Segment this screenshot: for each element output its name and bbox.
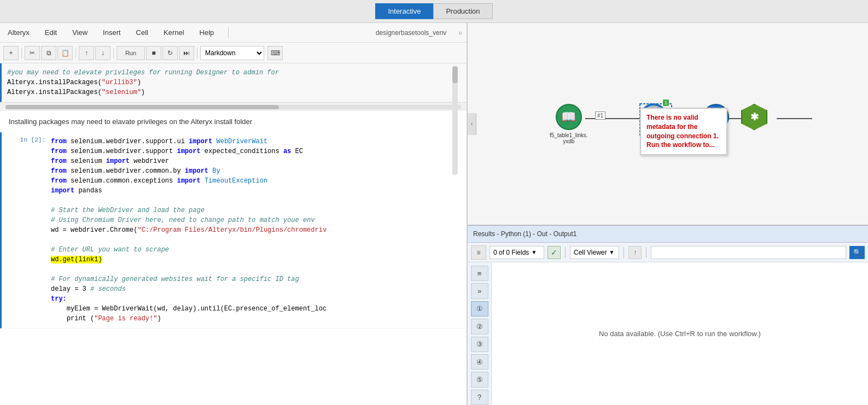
results-header: Results - Python (1) - Out - Output1 <box>468 225 868 243</box>
toolbar-sep1 <box>21 48 22 58</box>
hscroll-1[interactable] <box>0 102 467 111</box>
workflow-panel: 📖 f5_table1_links.yxdb #1 🔧 ! 1 ⊕ ✱ Ther… <box>468 23 868 225</box>
code-line-11 <box>51 265 461 274</box>
results-search-input[interactable] <box>651 246 846 259</box>
env-circle: ○ <box>458 30 462 36</box>
code-comment-2: # Start the WebDriver and load the page <box>51 206 461 215</box>
sidebar-icon-2[interactable]: ② <box>471 319 488 334</box>
code-area[interactable]: #you may need to elevate privileges for … <box>0 63 467 405</box>
run-button[interactable]: Run <box>116 46 145 60</box>
paste-button[interactable]: 📋 <box>57 46 73 60</box>
results-toolbar: ≡ 0 of 0 Fields ▼ ✓ Cell Viewer ▼ ↑ 🔍 <box>468 243 868 262</box>
code-line-8: wd = webdriver.Chrome("C:/Program Files/… <box>51 225 461 235</box>
code-comment-3: # Using Chromium Driver here, need to ch… <box>51 215 461 225</box>
check-button[interactable]: ✓ <box>547 246 561 259</box>
search-icon: 🔍 <box>853 249 861 256</box>
menu-help[interactable]: Help <box>196 26 218 39</box>
code-line-2: from selenium.webdriver.support import e… <box>51 146 461 156</box>
move-up-button[interactable]: ↑ <box>79 46 94 60</box>
fields-dropdown[interactable]: 0 of 0 Fields ▼ <box>490 246 544 259</box>
workflow-canvas[interactable]: 📖 f5_table1_links.yxdb #1 🔧 ! 1 ⊕ ✱ Ther… <box>468 23 868 225</box>
code-block-2: In [2]: from selenium.webdriver.support.… <box>0 132 467 328</box>
hscroll-thumb <box>5 105 279 109</box>
results-sep3 <box>646 247 646 258</box>
sidebar-icon-menu[interactable]: ≡ <box>471 266 488 281</box>
results-menu-icon[interactable]: ≡ <box>471 245 486 260</box>
move-down-button[interactable]: ↓ <box>95 46 110 60</box>
up-symbol: ↑ <box>633 249 637 256</box>
refresh-button[interactable]: ↻ <box>162 46 178 60</box>
node-number-badge: 1 <box>663 99 669 106</box>
results-sep2 <box>624 247 624 258</box>
code-comment-4: # Enter URL you want to scrape <box>51 245 461 255</box>
menu-kernel[interactable]: Kernel <box>160 26 188 39</box>
sidebar-icon-arrows[interactable]: » <box>471 283 488 298</box>
sidebar-icon-4[interactable]: ④ <box>471 354 488 369</box>
code-line-4: from selenium.webdriver.common.by import… <box>51 166 461 176</box>
node-input[interactable]: 📖 f5_table1_links.yxdb <box>550 104 588 144</box>
connector-label: #1 <box>595 111 605 120</box>
code-line-5: from selenium.common.exceptions import T… <box>51 176 461 186</box>
cell2-label: In [2]: <box>2 132 45 328</box>
code-install2: Alteryx.installPackages("selenium") <box>7 87 461 97</box>
node-input-icon[interactable]: 📖 <box>556 104 582 130</box>
menu-separator <box>228 27 229 38</box>
cut-button[interactable]: ✂ <box>25 46 40 60</box>
code-line-10: wd.get(link1) <box>51 255 461 265</box>
code-block-1: #you may need to elevate privileges for … <box>0 63 467 102</box>
cell-type-select[interactable]: Markdown Code Raw NBConvert <box>200 46 264 60</box>
sidebar-icon-1[interactable]: ① <box>471 301 488 316</box>
menu-insert[interactable]: Insert <box>100 26 124 39</box>
code-line-13: try: <box>51 294 461 304</box>
code-line-12: delay = 3 # seconds <box>51 284 461 294</box>
results-sidebar: ≡ » ① ② ③ ④ ⑤ ? <box>468 262 492 405</box>
production-tab[interactable]: Production <box>433 3 492 19</box>
keyboard-button[interactable]: ⌨ <box>267 46 283 60</box>
interactive-tab[interactable]: Interactive <box>375 3 433 19</box>
sidebar-icon-3[interactable]: ③ <box>471 337 488 352</box>
code-comment-5: # For dynamically generated websites wai… <box>51 274 461 284</box>
env-label: designerbasetools_venv <box>376 29 446 37</box>
code-line-7 <box>51 196 461 206</box>
code-line-1: from selenium.webdriver.support.ui impor… <box>51 137 461 146</box>
menu-cell[interactable]: Cell <box>133 26 152 39</box>
cell2-content: from selenium.webdriver.support.ui impor… <box>45 132 467 328</box>
node-filter[interactable]: ✱ <box>741 104 767 130</box>
sidebar-icon-5[interactable]: ⑤ <box>471 372 488 387</box>
copy-button[interactable]: ⧉ <box>41 46 56 60</box>
jupyter-toolbar: + ✂ ⧉ 📋 ↑ ↓ Run ■ ↻ ⏭ Markdown Code Raw … <box>0 43 467 63</box>
menu-bar: Alteryx Edit View Insert Cell Kernel Hel… <box>0 23 467 43</box>
up-button[interactable]: ↑ <box>628 246 642 259</box>
toolbar-sep2 <box>75 48 76 58</box>
error-tooltip: There is no valid metadata for the outgo… <box>640 108 727 155</box>
stop-button[interactable]: ■ <box>146 46 161 60</box>
results-content: No data available. (Use Ctrl+R to run th… <box>492 262 868 405</box>
collapse-handle[interactable]: ‹ <box>468 113 476 135</box>
top-bar: Interactive Production <box>0 0 868 23</box>
node-input-label: f5_table1_links.yxdb <box>550 132 588 144</box>
add-cell-button[interactable]: + <box>3 46 19 60</box>
code-line-9 <box>51 235 461 245</box>
results-search-button[interactable]: 🔍 <box>849 246 865 259</box>
check-symbol: ✓ <box>551 248 557 257</box>
code-line-6: import pandas <box>51 186 461 196</box>
node-filter-icon[interactable]: ✱ <box>741 104 767 130</box>
viewer-label: Cell Viewer <box>574 249 607 256</box>
results-title: Results - Python (1) - Out - Output1 <box>473 230 576 238</box>
viewer-chevron-icon: ▼ <box>609 249 614 255</box>
viewer-dropdown[interactable]: Cell Viewer ▼ <box>570 246 619 259</box>
menu-alteryx[interactable]: Alteryx <box>4 26 33 39</box>
code-install1: Alteryx.installPackages("urllib3") <box>7 78 461 87</box>
install-msg: Installing packages may need to elavate … <box>0 111 467 132</box>
toolbar-sep3 <box>113 48 114 58</box>
hscroll-track <box>5 105 461 109</box>
results-sep1 <box>565 247 566 258</box>
fast-forward-button[interactable]: ⏭ <box>179 46 194 60</box>
menu-edit[interactable]: Edit <box>42 26 60 39</box>
sidebar-icon-help[interactable]: ? <box>471 390 488 405</box>
no-data-message: No data available. (Use Ctrl+R to run th… <box>599 330 761 338</box>
menu-view[interactable]: View <box>69 26 91 39</box>
code-line-14: myElem = WebDriverWait(wd, delay).until(… <box>51 304 461 314</box>
fields-label: 0 of 0 Fields <box>493 249 529 256</box>
jupyter-panel: Alteryx Edit View Insert Cell Kernel Hel… <box>0 23 468 405</box>
